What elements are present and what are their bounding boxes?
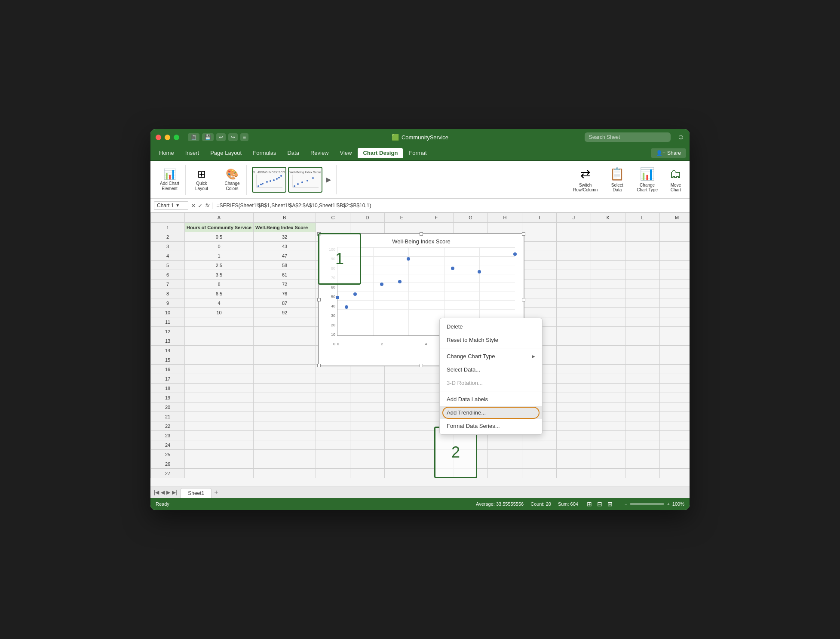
cell-e20[interactable] (385, 402, 419, 412)
cell-a24[interactable] (185, 440, 254, 450)
row-header-13[interactable]: 13 (150, 336, 185, 346)
cell-l16[interactable] (625, 365, 660, 374)
col-header-m[interactable]: M (660, 212, 690, 223)
row-header-21[interactable]: 21 (150, 412, 185, 421)
cell-j1[interactable] (557, 223, 591, 232)
cell-i7[interactable] (522, 280, 557, 289)
col-header-i[interactable]: I (522, 212, 557, 223)
cell-l12[interactable] (625, 327, 660, 336)
cell-a22[interactable] (185, 421, 254, 431)
cell-a8[interactable]: 6.5 (185, 289, 254, 298)
cell-a23[interactable] (185, 431, 254, 440)
cell-i25[interactable] (522, 450, 557, 459)
select-data-button[interactable]: 📋 SelectData (605, 164, 629, 195)
cell-l13[interactable] (625, 336, 660, 346)
cell-m7[interactable] (660, 280, 690, 289)
tab-nav-first[interactable]: |◀ (154, 489, 159, 495)
row-header-1[interactable]: 1 (150, 223, 185, 232)
cell-e19[interactable] (385, 393, 419, 402)
cell-d1[interactable] (350, 223, 385, 232)
cell-k11[interactable] (591, 317, 625, 327)
menu-chart-design[interactable]: Chart Design (358, 148, 403, 158)
cell-h27[interactable] (488, 469, 522, 478)
row-header-3[interactable]: 3 (150, 242, 185, 251)
move-chart-button[interactable]: 🗂 MoveChart (665, 164, 686, 195)
col-header-c[interactable]: C (316, 212, 350, 223)
cell-k3[interactable] (591, 242, 625, 251)
cell-b17[interactable] (254, 374, 316, 384)
cell-j24[interactable] (557, 440, 591, 450)
col-header-a[interactable]: A (185, 212, 254, 223)
cell-k4[interactable] (591, 251, 625, 261)
cell-k24[interactable] (591, 440, 625, 450)
cell-l5[interactable] (625, 261, 660, 270)
cell-j12[interactable] (557, 327, 591, 336)
cell-k14[interactable] (591, 346, 625, 355)
cell-b22[interactable] (254, 421, 316, 431)
cell-ref-expand-icon[interactable]: ▼ (175, 203, 180, 208)
cell-e23[interactable] (385, 431, 419, 440)
cell-e25[interactable] (385, 450, 419, 459)
row-header-26[interactable]: 26 (150, 459, 185, 469)
cell-b20[interactable] (254, 402, 316, 412)
cell-c20[interactable] (316, 402, 350, 412)
row-header-15[interactable]: 15 (150, 355, 185, 365)
cell-l2[interactable] (625, 232, 660, 242)
cell-k23[interactable] (591, 431, 625, 440)
cell-d23[interactable] (350, 431, 385, 440)
close-button[interactable] (156, 135, 161, 140)
undo-icon[interactable]: ↩ (216, 133, 226, 141)
cell-i5[interactable] (522, 261, 557, 270)
cell-l4[interactable] (625, 251, 660, 261)
cell-e18[interactable] (385, 384, 419, 393)
cell-b15[interactable] (254, 355, 316, 365)
menu-review[interactable]: Review (305, 148, 334, 158)
cell-k25[interactable] (591, 450, 625, 459)
page-break-view-button[interactable]: ⊞ (606, 500, 614, 508)
cell-a25[interactable] (185, 450, 254, 459)
cell-k7[interactable] (591, 280, 625, 289)
search-input[interactable] (585, 132, 671, 142)
cell-a14[interactable] (185, 346, 254, 355)
cell-d24[interactable] (350, 440, 385, 450)
cell-c26[interactable] (316, 459, 350, 469)
cell-d25[interactable] (350, 450, 385, 459)
row-header-12[interactable]: 12 (150, 327, 185, 336)
menu-format[interactable]: Format (404, 148, 432, 158)
cell-e26[interactable] (385, 459, 419, 469)
confirm-formula-icon[interactable]: ✓ (198, 202, 203, 209)
col-header-j[interactable]: J (557, 212, 591, 223)
cell-b19[interactable] (254, 393, 316, 402)
cell-m25[interactable] (660, 450, 690, 459)
menu-formulas[interactable]: Formulas (248, 148, 281, 158)
cell-a17[interactable] (185, 374, 254, 384)
cell-j5[interactable] (557, 261, 591, 270)
tab-nav-last[interactable]: ▶| (172, 489, 177, 495)
cell-i24[interactable] (522, 440, 557, 450)
cell-b5[interactable]: 58 (254, 261, 316, 270)
cell-m1[interactable] (660, 223, 690, 232)
cell-j26[interactable] (557, 459, 591, 469)
cell-i2[interactable] (522, 232, 557, 242)
col-header-b[interactable]: B (254, 212, 316, 223)
cell-e21[interactable] (385, 412, 419, 421)
cell-i4[interactable] (522, 251, 557, 261)
tab-nav-prev[interactable]: ◀ (161, 489, 165, 495)
cell-l24[interactable] (625, 440, 660, 450)
cell-i3[interactable] (522, 242, 557, 251)
add-sheet-button[interactable]: + (214, 488, 218, 496)
col-header-d[interactable]: D (350, 212, 385, 223)
cell-l21[interactable] (625, 412, 660, 421)
ctx-add-trendline[interactable]: Add Trendline... (440, 406, 542, 419)
menu-home[interactable]: Home (154, 148, 179, 158)
cell-j11[interactable] (557, 317, 591, 327)
cell-d21[interactable] (350, 412, 385, 421)
cell-b9[interactable]: 87 (254, 298, 316, 308)
cell-i27[interactable] (522, 469, 557, 478)
cell-i26[interactable] (522, 459, 557, 469)
cell-j13[interactable] (557, 336, 591, 346)
cell-l15[interactable] (625, 355, 660, 365)
cell-k26[interactable] (591, 459, 625, 469)
cell-m14[interactable] (660, 346, 690, 355)
cell-m11[interactable] (660, 317, 690, 327)
